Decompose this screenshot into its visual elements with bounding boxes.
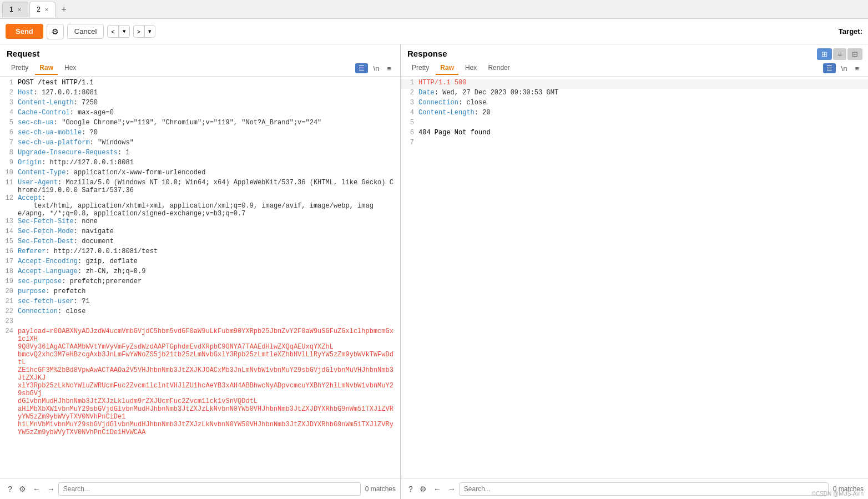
line-number: 15 — [0, 238, 18, 248]
line-content — [18, 317, 400, 327]
request-nav-next-icon[interactable]: → — [44, 482, 58, 496]
response-help-icon[interactable]: ? — [405, 482, 416, 496]
response-sub-tabs: Pretty Raw Hex Render ☰ \n ≡ — [401, 61, 868, 77]
response-tab-icons: ☰ \n ≡ — [823, 63, 861, 74]
layout-split-button[interactable]: ⊞ — [817, 48, 832, 60]
line-content — [418, 119, 868, 129]
response-tab-raw[interactable]: Raw — [436, 62, 458, 75]
table-row: 7 — [401, 139, 868, 149]
line-number: 23 — [0, 317, 18, 327]
line-content: User-Agent: Mozilla/5.0 (Windows NT 10.0… — [18, 179, 400, 194]
response-tab-hex[interactable]: Hex — [461, 62, 481, 75]
table-row: 4Content-Length: 20 — [401, 109, 868, 119]
tab-2-close[interactable]: × — [45, 6, 48, 13]
table-row: 3Connection: close — [401, 99, 868, 109]
line-content: Host: 127.0.0.1:8081 — [18, 89, 400, 99]
request-settings-icon[interactable]: ⚙ — [16, 482, 29, 496]
response-wrap-icon[interactable]: ☰ — [823, 63, 836, 73]
table-row: 6404 Page Not found — [401, 129, 868, 139]
table-row: 10Content-Type: application/x-www-form-u… — [0, 169, 400, 179]
table-row: 11User-Agent: Mozilla/5.0 (Windows NT 10… — [0, 179, 400, 194]
add-tab-button[interactable]: + — [57, 2, 71, 17]
nav-prev-arrow-button[interactable]: ▾ — [119, 25, 130, 38]
table-row: 20purpose: prefetch — [0, 288, 400, 298]
response-tab-pretty[interactable]: Pretty — [407, 62, 433, 75]
line-content: Date: Wed, 27 Dec 2023 09:30:53 GMT — [418, 89, 868, 99]
tab-2[interactable]: 2 × — [29, 2, 55, 17]
nav-prev-group: < ▾ — [107, 25, 129, 38]
table-row: 22Connection: close — [0, 308, 400, 317]
table-row: 6sec-ch-ua-mobile: ?0 — [0, 129, 400, 139]
line-number: 20 — [0, 288, 18, 298]
response-tab-render[interactable]: Render — [483, 62, 514, 75]
line-content: sec-purpose: prefetch;prerender — [18, 278, 400, 288]
tab-1[interactable]: 1 × — [2, 2, 28, 17]
layout-horizontal-button[interactable]: ≡ — [833, 48, 846, 60]
line-content: Connection: close — [418, 99, 868, 109]
line-number: 21 — [0, 298, 18, 308]
line-content: Origin: http://127.0.0.1:8081 — [18, 159, 400, 169]
response-menu-icon[interactable]: ≡ — [852, 63, 861, 74]
request-wrap-icon[interactable]: ☰ — [355, 63, 368, 73]
nav-next-arrow-button[interactable]: ▾ — [144, 25, 155, 38]
line-number: 24 — [0, 327, 18, 436]
line-number: 13 — [0, 218, 18, 228]
line-content: Connection: close — [18, 308, 400, 317]
response-search-input[interactable] — [459, 482, 829, 496]
line-number: 6 — [401, 129, 418, 139]
toolbar: Send ⚙ Cancel < ▾ > ▾ Target: — [0, 19, 868, 44]
line-number: 1 — [0, 79, 18, 89]
line-number: 12 — [0, 194, 18, 218]
line-number: 16 — [0, 248, 18, 258]
request-nav-prev-icon[interactable]: ← — [29, 482, 44, 496]
line-content: Content-Length: 20 — [418, 109, 868, 119]
line-number: 18 — [0, 268, 18, 278]
nav-prev-button[interactable]: < — [107, 25, 118, 38]
nav-next-button[interactable]: > — [133, 25, 144, 38]
request-search-input[interactable] — [58, 482, 361, 496]
table-row: 18Accept-Language: zh-CN, zh;q=0.9 — [0, 268, 400, 278]
line-content: sec-fetch-user: ?1 — [18, 298, 400, 308]
request-tab-icons: ☰ \n ≡ — [355, 63, 393, 74]
line-number: 7 — [0, 139, 18, 149]
response-nav-prev-icon[interactable]: ← — [430, 482, 445, 496]
request-menu-icon[interactable]: ≡ — [385, 63, 393, 74]
request-help-icon[interactable]: ? — [4, 482, 16, 496]
request-code-area[interactable]: 1POST /test HTTP/1.12Host: 127.0.0.1:808… — [0, 77, 400, 478]
line-content: Referer: http://127.0.0.1:8081/test — [18, 248, 400, 258]
layout-vertical-button[interactable]: ⊟ — [847, 48, 862, 60]
line-content: Accept-Encoding: gzip, deflate — [18, 258, 400, 268]
line-number: 1 — [401, 79, 418, 89]
line-content: Sec-Fetch-Site: none — [18, 218, 400, 228]
send-button[interactable]: Send — [6, 24, 43, 39]
line-content: HTTP/1.1 500 — [418, 79, 868, 89]
request-tab-raw[interactable]: Raw — [35, 62, 58, 75]
line-number: 19 — [0, 278, 18, 288]
table-row: 2Date: Wed, 27 Dec 2023 09:30:53 GMT — [401, 89, 868, 99]
response-code-area[interactable]: 1HTTP/1.1 5002Date: Wed, 27 Dec 2023 09:… — [401, 77, 868, 478]
response-newline-icon[interactable]: \n — [839, 63, 850, 74]
table-row: 16Referer: http://127.0.0.1:8081/test — [0, 248, 400, 258]
table-row: 13Sec-Fetch-Site: none — [0, 218, 400, 228]
table-row: 2Host: 127.0.0.1:8081 — [0, 89, 400, 99]
nav-next-group: > ▾ — [133, 25, 155, 38]
line-content: purpose: prefetch — [18, 288, 400, 298]
gear-button[interactable]: ⚙ — [47, 24, 64, 39]
table-row: 17Accept-Encoding: gzip, deflate — [0, 258, 400, 268]
line-content: Sec-Fetch-Dest: document — [18, 238, 400, 248]
request-tab-pretty[interactable]: Pretty — [7, 62, 33, 75]
line-content: 404 Page Not found — [418, 129, 868, 139]
line-number: 9 — [0, 159, 18, 169]
table-row: 5 — [401, 119, 868, 129]
tab-1-close[interactable]: × — [18, 6, 21, 13]
response-settings-icon[interactable]: ⚙ — [416, 482, 430, 496]
request-tab-hex[interactable]: Hex — [60, 62, 80, 75]
line-content: Accept-Language: zh-CN, zh;q=0.9 — [18, 268, 400, 278]
request-panel: Request Pretty Raw Hex ☰ \n ≡ 1POST /tes… — [0, 44, 401, 499]
request-newline-icon[interactable]: \n — [371, 63, 382, 74]
line-content: payload=r0OABXNyADJzdW4ucmVmbGVjdC5hbm5v… — [18, 327, 400, 436]
table-row: 3Content-Length: 7250 — [0, 99, 400, 109]
line-content: Upgrade-Insecure-Requests: 1 — [18, 149, 400, 159]
response-nav-next-icon[interactable]: → — [445, 482, 459, 496]
cancel-button[interactable]: Cancel — [67, 24, 104, 39]
